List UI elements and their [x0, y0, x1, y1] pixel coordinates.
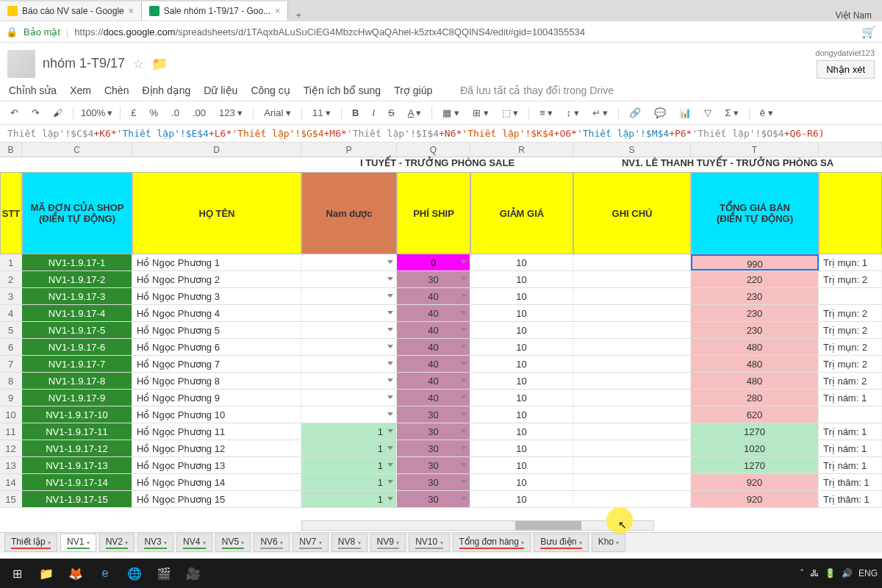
cell-s[interactable]	[573, 254, 691, 270]
chevron-down-icon[interactable]	[387, 362, 393, 365]
cell-r[interactable]: 10	[470, 339, 573, 355]
cell-name[interactable]: Hồ Ngọc Phương 10	[132, 406, 301, 423]
cell-s[interactable]	[573, 491, 691, 507]
sheet-tab[interactable]: NV9 ▾	[370, 534, 406, 552]
system-tray[interactable]: ˄ 🖧 🔋 🔊 ENG	[800, 568, 878, 578]
comment-button[interactable]: Nhận xét	[817, 60, 875, 79]
borders-button[interactable]: ⊞ ▾	[470, 106, 492, 120]
cell-s[interactable]	[573, 390, 691, 406]
table-row[interactable]: 9NV1-1.9.17-9Hồ Ngọc Phương 94010280Trị …	[0, 390, 882, 406]
cell-p[interactable]	[301, 373, 397, 389]
cell-code[interactable]: NV1-1.9.17-1	[22, 254, 132, 270]
menu-item[interactable]: Tiện ích bổ sung	[304, 85, 381, 96]
table-row[interactable]: 5NV1-1.9.17-5Hồ Ngọc Phương 54010230Trị …	[0, 322, 882, 339]
cell-r[interactable]: 10	[470, 305, 573, 321]
wrap-button[interactable]: ↵ ▾	[589, 106, 612, 120]
cell-t[interactable]: 230	[691, 288, 819, 304]
cell-q[interactable]: 30	[397, 491, 470, 507]
sheet-tab[interactable]: NV4 ▾	[176, 534, 212, 552]
menu-item[interactable]: Công cụ	[251, 85, 290, 96]
row-number[interactable]: 4	[0, 305, 22, 321]
explorer-icon[interactable]: 📁	[34, 562, 59, 584]
cell-t[interactable]: 620	[691, 406, 819, 423]
cell-q[interactable]: 30	[397, 271, 470, 287]
doc-title[interactable]: nhóm 1-T9/17	[43, 56, 125, 71]
cell-s[interactable]	[573, 339, 691, 355]
row-number[interactable]: 11	[0, 423, 22, 440]
cell-r[interactable]: 10	[470, 491, 573, 507]
cell-name[interactable]: Hồ Ngọc Phương 11	[132, 423, 301, 440]
chevron-down-icon[interactable]	[461, 277, 467, 281]
chevron-down-icon[interactable]	[461, 463, 467, 467]
cell-u[interactable]: Trị mụn: 2	[819, 271, 882, 287]
row-number[interactable]: 6	[0, 339, 22, 355]
cell-code[interactable]: NV1-1.9.17-15	[22, 491, 132, 507]
cell-p[interactable]	[301, 254, 397, 270]
comment-button-tb[interactable]: 💬	[651, 106, 669, 120]
cell-name[interactable]: Hồ Ngọc Phương 13	[132, 457, 301, 473]
ime-indicator[interactable]: Việt Nam	[825, 10, 882, 21]
lang-indicator[interactable]: ENG	[858, 568, 878, 578]
firefox-icon[interactable]: 🦊	[63, 562, 88, 584]
browser-tab[interactable]: Sale nhóm 1-T9/17 - Goo...×	[142, 1, 288, 21]
cell-u[interactable]: Trị nám: 1	[819, 440, 882, 456]
cell-u[interactable]: Trị mụn: 2	[819, 322, 882, 338]
menu-item[interactable]: Chỉnh sửa	[9, 85, 57, 96]
sheet-tab[interactable]: Kho ▾	[592, 534, 626, 552]
cell-u[interactable]	[819, 406, 882, 423]
cell-u[interactable]: Trị thâm: 1	[819, 491, 882, 507]
row-number[interactable]: 12	[0, 440, 22, 456]
sheet-tab[interactable]: Tổng đơn hàng ▾	[453, 534, 531, 552]
cell-u[interactable]: Trị mụn: 2	[819, 305, 882, 321]
cell-u[interactable]: Trị nám: 1	[819, 423, 882, 440]
undo-icon[interactable]: ↶	[7, 106, 21, 120]
redo-icon[interactable]: ↷	[29, 106, 43, 120]
edge-icon[interactable]: e	[93, 562, 118, 584]
chevron-down-icon[interactable]	[387, 497, 393, 501]
cell-p[interactable]	[301, 288, 397, 304]
chevron-down-icon[interactable]	[461, 412, 467, 416]
row-number[interactable]: 9	[0, 390, 22, 406]
cell-s[interactable]	[573, 356, 691, 372]
chevron-down-icon[interactable]	[387, 429, 393, 433]
chevron-down-icon[interactable]	[461, 362, 467, 365]
functions-button[interactable]: Σ ▾	[722, 106, 742, 120]
cell-code[interactable]: NV1-1.9.17-9	[22, 390, 132, 406]
chevron-down-icon[interactable]	[461, 311, 467, 315]
cell-r[interactable]: 10	[470, 322, 573, 338]
cell-t[interactable]: 480	[691, 339, 819, 355]
cell-u[interactable]: Trị mụn: 1	[819, 254, 882, 270]
table-row[interactable]: 8NV1-1.9.17-8Hồ Ngọc Phương 84010480Trị …	[0, 373, 882, 390]
dec-increase-button[interactable]: .00	[190, 106, 209, 120]
formula-bar[interactable]: Thiết lập'!$C$4+K6*'Thiết lập'!$E$4+L6*'…	[0, 125, 882, 143]
cell-s[interactable]	[573, 406, 691, 423]
cell-q[interactable]: 30	[397, 406, 470, 423]
cell-p[interactable]: 1	[301, 457, 397, 473]
cell-name[interactable]: Hồ Ngọc Phương 9	[132, 390, 301, 406]
cell-s[interactable]	[573, 440, 691, 456]
cell-name[interactable]: Hồ Ngọc Phương 12	[132, 440, 301, 456]
strike-button[interactable]: S	[385, 106, 398, 120]
chart-button[interactable]: 📊	[676, 106, 694, 120]
chevron-down-icon[interactable]	[387, 463, 393, 467]
sheet-tab[interactable]: NV7 ▾	[293, 534, 329, 552]
cell-code[interactable]: NV1-1.9.17-12	[22, 440, 132, 456]
cell-p[interactable]	[301, 322, 397, 338]
cell-s[interactable]	[573, 457, 691, 473]
cell-code[interactable]: NV1-1.9.17-7	[22, 356, 132, 372]
sheet-tab[interactable]: Bưu điện ▾	[534, 534, 588, 552]
table-row[interactable]: 12NV1-1.9.17-12Hồ Ngọc Phương 1213010102…	[0, 440, 882, 457]
app-icon[interactable]: 🎬	[151, 562, 176, 584]
cell-code[interactable]: NV1-1.9.17-4	[22, 305, 132, 321]
italic-button[interactable]: I	[369, 106, 378, 120]
cell-name[interactable]: Hồ Ngọc Phương 5	[132, 322, 301, 338]
cell-t[interactable]: 230	[691, 305, 819, 321]
cell-r[interactable]: 10	[470, 373, 573, 389]
cell-r[interactable]: 10	[470, 288, 573, 304]
link-button[interactable]: 🔗	[626, 106, 644, 120]
cell-u[interactable]: Trị thâm: 1	[819, 474, 882, 490]
cell-t[interactable]: 230	[691, 322, 819, 338]
sheet-tab[interactable]: NV10 ▾	[409, 534, 449, 552]
cell-code[interactable]: NV1-1.9.17-10	[22, 406, 132, 423]
cell-q[interactable]: 30	[397, 457, 470, 473]
